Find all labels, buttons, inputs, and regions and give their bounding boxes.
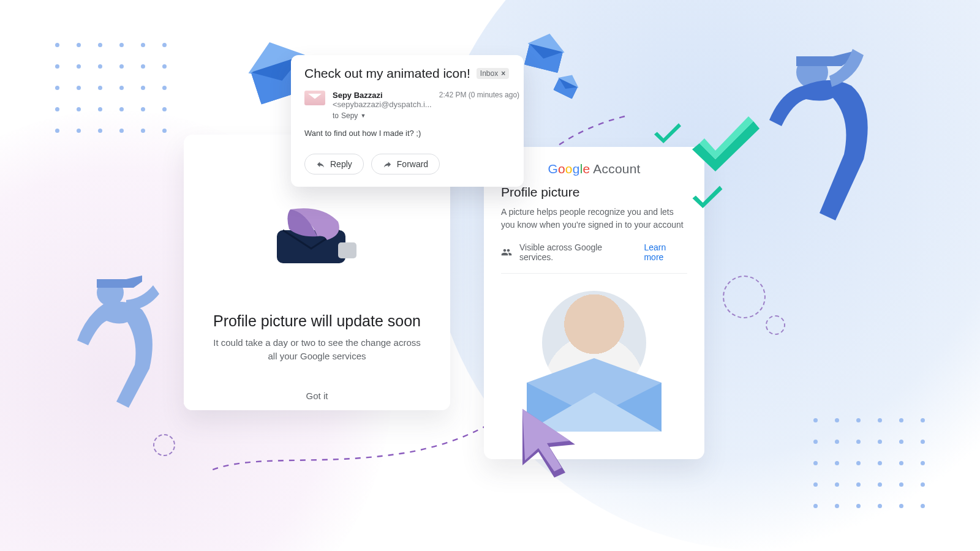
to-name: Sepy [341, 111, 358, 120]
profile-picture-description: A picture helps people recognize you and… [501, 206, 687, 231]
update-title: Profile picture will update soon [213, 312, 421, 330]
recipient-dropdown[interactable]: to Sepy ▼ [333, 111, 432, 120]
account-word: Account [593, 162, 640, 176]
visibility-text: Visible across Google services. [519, 242, 636, 262]
dot-grid-top-left [55, 43, 167, 133]
checkmark-3d-icon [692, 116, 760, 171]
people-icon [501, 247, 512, 258]
reply-arrow-icon [316, 160, 325, 169]
checkmark-3d-icon [654, 121, 681, 143]
email-timestamp: 2:42 PM (0 minutes ago) [439, 91, 519, 120]
reply-label: Reply [330, 159, 352, 169]
forward-label: Forward [397, 159, 428, 169]
svg-rect-17 [338, 242, 356, 258]
profile-picture-heading: Profile picture [501, 185, 687, 200]
svg-marker-13 [654, 123, 681, 143]
google-account-logo: Google Account [501, 162, 687, 176]
celebrating-figure-icon [753, 37, 876, 233]
sender-avatar-icon [304, 91, 325, 105]
checkmark-3d-icon [692, 184, 723, 208]
cursor-3d-icon [511, 404, 585, 478]
update-subtitle: It could take a day or two to see the ch… [184, 336, 450, 363]
sender-address: <sepybazzazi@dyspatch.i... [333, 100, 432, 109]
email-body: Want to find out how I made it? ;) [304, 129, 510, 138]
remove-label-icon[interactable]: × [501, 69, 505, 78]
email-preview-card: Check out my animated icon! Inbox × Sepy… [291, 55, 524, 187]
celebrating-figure-icon [67, 263, 165, 410]
dashed-circle-icon [153, 434, 175, 456]
sender-line: Sepy Bazzazi <sepybazzazi@dyspatch.i... [333, 91, 432, 109]
email-subject: Check out my animated icon! [304, 66, 470, 81]
to-prefix: to [333, 111, 339, 120]
forward-button[interactable]: Forward [371, 154, 440, 174]
learn-more-link[interactable]: Learn more [644, 242, 687, 262]
visibility-row: Visible across Google services. Learn mo… [501, 242, 687, 274]
inbox-label-text: Inbox [480, 69, 498, 78]
dashed-circle-icon [766, 315, 785, 335]
dashed-circle-icon [723, 276, 766, 318]
sender-name: Sepy Bazzazi [333, 91, 383, 100]
inbox-label-chip[interactable]: Inbox × [477, 68, 509, 79]
dot-grid-bottom-right [813, 418, 925, 508]
got-it-button[interactable]: Got it [184, 381, 450, 410]
animated-mail-icon [274, 208, 360, 269]
chevron-down-icon: ▼ [360, 113, 366, 119]
reply-button[interactable]: Reply [304, 154, 364, 174]
forward-arrow-icon [383, 160, 392, 169]
svg-marker-14 [693, 186, 723, 208]
